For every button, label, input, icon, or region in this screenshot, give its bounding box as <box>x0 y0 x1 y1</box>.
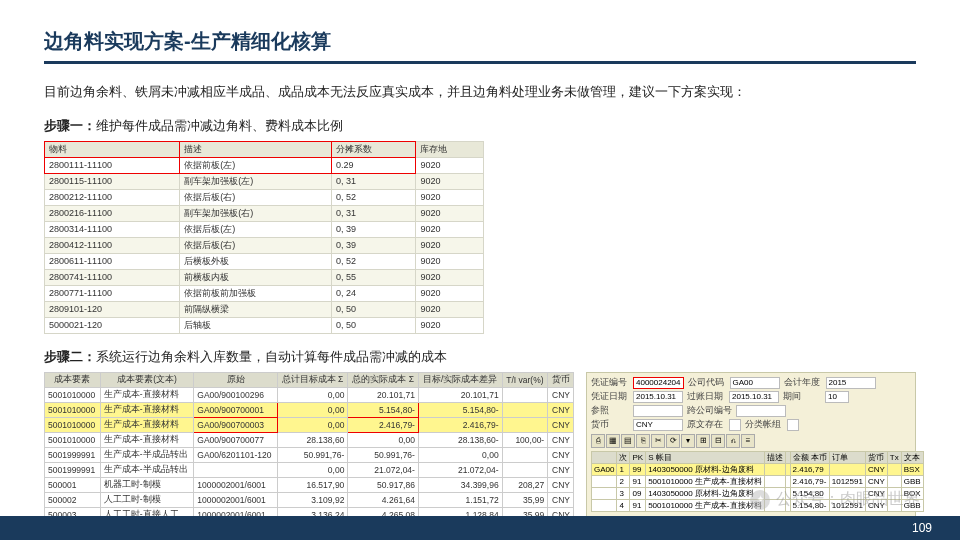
lbl-per: 期间 <box>783 391 821 403</box>
intro-text: 目前边角余料、铁屑未冲减相应半成品、成品成本无法反应真实成本，并且边角料处理业务… <box>44 82 916 103</box>
val-docno: 4000024204 <box>633 377 684 389</box>
step2-label: 步骤二：系统运行边角余料入库数量，自动计算每件成品需冲减的成本 <box>44 348 916 366</box>
lbl-cc: 公司代码 <box>688 377 726 389</box>
tb-icon[interactable]: ⎌ <box>726 434 740 448</box>
tb-icon[interactable]: ⊟ <box>711 434 725 448</box>
chk-lg <box>787 419 799 431</box>
footer-bar: 109 <box>0 516 960 540</box>
lbl-pd: 过账日期 <box>687 391 725 403</box>
tb-icon[interactable]: ⎘ <box>636 434 650 448</box>
tb-icon[interactable]: ⟳ <box>666 434 680 448</box>
val-per: 10 <box>825 391 849 403</box>
val-fy: 2015 <box>826 377 876 389</box>
val-cc: GA00 <box>730 377 780 389</box>
val-cur: CNY <box>633 419 683 431</box>
step2-row: 成本要素成本要素(文本)原始总计目标成本 Σ总的实际成本 Σ目标/实际成本差异T… <box>44 372 916 536</box>
val-dd: 2015.10.31 <box>633 391 683 403</box>
val-ref <box>633 405 683 417</box>
table-cost: 成本要素成本要素(文本)原始总计目标成本 Σ总的实际成本 Σ目标/实际成本差异T… <box>44 372 574 536</box>
lbl-docno: 凭证编号 <box>591 377 629 389</box>
slide: 边角料实现方案-生产精细化核算 目前边角余料、铁屑未冲减相应半成品、成品成本无法… <box>0 0 960 540</box>
watermark-text: 公众号：肉眼品世界 <box>776 489 920 510</box>
lbl-fy: 会计年度 <box>784 377 822 389</box>
tb-icon[interactable]: ▦ <box>606 434 620 448</box>
wechat-icon: ✦ <box>750 490 770 510</box>
step2-bold: 步骤二： <box>44 349 96 364</box>
lbl-cross: 跨公司编号 <box>687 405 732 417</box>
step1-label: 步骤一：维护每件成品需冲减边角料、费料成本比例 <box>44 117 916 135</box>
table-step1: 物料描述分摊系数库存地 2800111-11100依据前板(左)0.299020… <box>44 141 484 334</box>
watermark: ✦ 公众号：肉眼品世界 <box>750 489 920 510</box>
val-pd: 2015.10.31 <box>729 391 779 403</box>
tb-icon[interactable]: ▤ <box>621 434 635 448</box>
val-cross <box>736 405 786 417</box>
chk-orig <box>729 419 741 431</box>
page-number: 109 <box>912 521 932 535</box>
slide-title: 边角料实现方案-生产精细化核算 <box>44 28 916 64</box>
tb-icon[interactable]: ✂ <box>651 434 665 448</box>
lbl-cur: 货币 <box>591 419 629 431</box>
toolbar: ⎙▦▤⎘✂⟳▾⊞⊟⎌≡ <box>591 434 911 448</box>
step2-text: 系统运行边角余料入库数量，自动计算每件成品需冲减的成本 <box>96 349 447 364</box>
step1-text: 维护每件成品需冲减边角料、费料成本比例 <box>96 118 343 133</box>
tb-icon[interactable]: ⎙ <box>591 434 605 448</box>
step1-bold: 步骤一： <box>44 118 96 133</box>
lbl-dd: 凭证日期 <box>591 391 629 403</box>
lbl-lg: 分类帐组 <box>745 419 783 431</box>
tb-icon[interactable]: ≡ <box>741 434 755 448</box>
lbl-ref: 参照 <box>591 405 629 417</box>
tb-icon[interactable]: ▾ <box>681 434 695 448</box>
tb-icon[interactable]: ⊞ <box>696 434 710 448</box>
lbl-orig: 原文存在 <box>687 419 725 431</box>
